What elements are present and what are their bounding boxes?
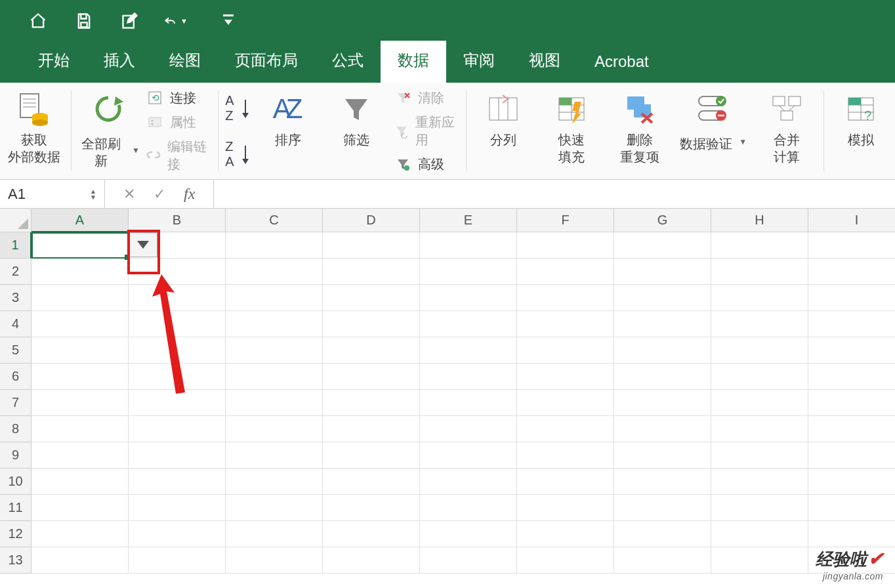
- cell[interactable]: [323, 495, 420, 521]
- row-header[interactable]: 9: [0, 442, 31, 469]
- flash-fill-button[interactable]: 快速 填充: [537, 83, 606, 179]
- formula-input[interactable]: [213, 180, 895, 208]
- cell[interactable]: [420, 547, 517, 574]
- cell[interactable]: [614, 337, 711, 364]
- cell[interactable]: [226, 337, 323, 364]
- clear-filter-button[interactable]: 清除: [394, 89, 460, 107]
- cell[interactable]: [420, 364, 517, 390]
- cell[interactable]: [711, 547, 808, 574]
- cell[interactable]: [711, 442, 808, 469]
- cell[interactable]: [31, 232, 129, 259]
- cell[interactable]: [226, 442, 323, 469]
- stepper-icon[interactable]: ▲▼: [90, 188, 96, 200]
- cell[interactable]: [31, 416, 129, 442]
- cell[interactable]: [420, 521, 517, 547]
- row-header[interactable]: 5: [0, 337, 31, 364]
- row-header[interactable]: 7: [0, 390, 31, 416]
- cell[interactable]: [323, 416, 420, 442]
- cell[interactable]: [323, 364, 420, 390]
- cell[interactable]: [226, 521, 323, 547]
- cell[interactable]: [517, 521, 614, 547]
- col-header[interactable]: I: [808, 209, 895, 232]
- cell[interactable]: [31, 469, 129, 495]
- cell[interactable]: [420, 416, 517, 442]
- cell[interactable]: [420, 285, 517, 311]
- cell[interactable]: [614, 469, 711, 495]
- cell[interactable]: [31, 337, 129, 364]
- cell[interactable]: [711, 364, 808, 390]
- cell[interactable]: [711, 521, 808, 547]
- cell[interactable]: [420, 232, 517, 259]
- col-header[interactable]: F: [517, 209, 614, 232]
- cell[interactable]: [129, 495, 226, 521]
- row-header[interactable]: 3: [0, 285, 31, 311]
- remove-duplicates-button[interactable]: 删除 重复项: [606, 83, 674, 179]
- cell[interactable]: [226, 311, 323, 337]
- cell[interactable]: [808, 442, 895, 469]
- cell[interactable]: [614, 416, 711, 442]
- cell[interactable]: [31, 547, 129, 574]
- sort-desc-button[interactable]: ZA: [225, 139, 249, 169]
- cell[interactable]: [129, 469, 226, 495]
- cell[interactable]: [323, 547, 420, 574]
- cell[interactable]: [517, 232, 614, 259]
- cell[interactable]: [226, 285, 323, 311]
- cell[interactable]: [517, 259, 614, 285]
- cell[interactable]: [129, 390, 226, 416]
- cell[interactable]: [711, 259, 808, 285]
- cell[interactable]: [420, 495, 517, 521]
- cell[interactable]: [129, 259, 226, 285]
- tab-data[interactable]: 数据: [381, 41, 446, 83]
- cell[interactable]: [711, 285, 808, 311]
- cell[interactable]: [226, 364, 323, 390]
- cell[interactable]: [323, 311, 420, 337]
- row-header[interactable]: 1: [0, 232, 31, 259]
- cell[interactable]: [31, 364, 129, 390]
- cell[interactable]: [808, 521, 895, 547]
- row-header[interactable]: 12: [0, 521, 31, 547]
- cell[interactable]: [31, 285, 129, 311]
- cell[interactable]: [614, 521, 711, 547]
- cell[interactable]: [614, 495, 711, 521]
- cell[interactable]: [129, 364, 226, 390]
- cancel-icon[interactable]: ✕: [123, 186, 135, 203]
- cell[interactable]: [614, 259, 711, 285]
- cell[interactable]: [226, 416, 323, 442]
- row-header[interactable]: 6: [0, 364, 31, 390]
- cell[interactable]: [129, 442, 226, 469]
- cell[interactable]: [517, 337, 614, 364]
- data-validation-button[interactable]: 数据验证▼: [674, 83, 753, 179]
- col-header[interactable]: B: [129, 209, 226, 232]
- properties-button[interactable]: 属性: [146, 114, 212, 131]
- cell[interactable]: [517, 442, 614, 469]
- tab-acrobat[interactable]: Acrobat: [577, 43, 666, 83]
- edit-links-button[interactable]: 编辑链接: [146, 138, 212, 173]
- cell[interactable]: [711, 495, 808, 521]
- sort-asc-button[interactable]: AZ: [225, 93, 249, 123]
- row-header[interactable]: 11: [0, 495, 31, 521]
- row-header[interactable]: 2: [0, 259, 31, 285]
- cell[interactable]: [614, 232, 711, 259]
- cell[interactable]: [31, 495, 129, 521]
- row-header[interactable]: 13: [0, 547, 31, 574]
- what-if-button[interactable]: ? 模拟: [827, 83, 895, 179]
- undo-icon[interactable]: ▼: [164, 9, 188, 33]
- refresh-all-button[interactable]: 全部刷新▼: [74, 83, 142, 179]
- cell[interactable]: [517, 495, 614, 521]
- col-header[interactable]: C: [226, 209, 323, 232]
- cell[interactable]: [517, 311, 614, 337]
- cell[interactable]: [129, 521, 226, 547]
- cell[interactable]: [226, 259, 323, 285]
- text-to-columns-button[interactable]: 分列: [469, 83, 537, 179]
- cell[interactable]: [517, 469, 614, 495]
- cell[interactable]: [614, 364, 711, 390]
- advanced-filter-button[interactable]: 高级: [394, 156, 460, 173]
- col-header[interactable]: E: [420, 209, 517, 232]
- cell[interactable]: [420, 259, 517, 285]
- cell[interactable]: [323, 390, 420, 416]
- cell[interactable]: [129, 337, 226, 364]
- cell[interactable]: [226, 390, 323, 416]
- cell[interactable]: [129, 416, 226, 442]
- cell[interactable]: [323, 285, 420, 311]
- cell[interactable]: [808, 364, 895, 390]
